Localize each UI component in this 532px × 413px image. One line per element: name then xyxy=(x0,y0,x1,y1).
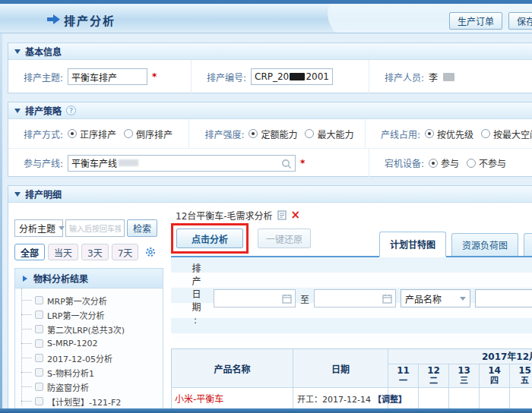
gantt-table: 产品名称 日期 2017年12月 11一 12二 13三 14四 15五 xyxy=(171,348,532,413)
month-header: 2017年12月 xyxy=(388,349,532,364)
day-column-header[interactable]: 15五 xyxy=(510,364,532,387)
tree-item-mrp1[interactable]: MRP第一次分析 xyxy=(20,293,163,307)
strategy-section-title: 排产策略 xyxy=(25,104,62,117)
radio-downtime-skip[interactable]: 不参与 xyxy=(467,156,506,169)
required-asterisk: * xyxy=(152,71,157,82)
production-line-input[interactable]: 平衡车产线 xyxy=(68,155,296,172)
topic-dropdown[interactable]: 分析主题 xyxy=(14,219,63,237)
gantt-cell[interactable] xyxy=(480,388,510,408)
mode-label: 排产方式: xyxy=(16,128,63,140)
save-button[interactable]: 保存 xyxy=(508,12,532,30)
basic-info-section-header[interactable]: 基本信息 xyxy=(8,43,532,60)
gantt-cell[interactable] xyxy=(510,388,532,408)
tree-item-1205[interactable]: 2017-12-05分析 xyxy=(20,351,163,365)
checkbox-icon[interactable] xyxy=(35,325,43,333)
radio-quota-capacity[interactable]: 定额能力 xyxy=(249,128,297,140)
collapse-arrow-icon xyxy=(14,109,21,113)
restore-button[interactable]: 一键还原 xyxy=(258,229,311,248)
detail-section-header[interactable]: 排产明细 xyxy=(8,186,532,203)
theme-label: 排产主题: xyxy=(16,71,63,84)
analyze-button[interactable]: 点击分析 xyxy=(176,229,243,248)
radio-backward-scheduling[interactable]: 倒序排产 xyxy=(124,128,173,140)
radio-selected-icon xyxy=(249,129,258,138)
tab-plan-gantt[interactable]: 计划甘特图 xyxy=(379,232,446,257)
number-input[interactable]: CRP_202001 xyxy=(251,68,333,85)
gantt-cell[interactable] xyxy=(419,388,449,408)
radio-downtime-join[interactable]: 参与 xyxy=(429,156,459,169)
tree-item-lrp1[interactable]: LRP第一次分析 xyxy=(20,307,163,322)
radio-max-capacity[interactable]: 最大能力 xyxy=(305,128,353,140)
title-arrow-icon xyxy=(47,14,60,27)
search-button[interactable]: 检索 xyxy=(127,219,157,237)
basic-info-fields-row: 排产主题: * 排产编号: CRP_202001 排产人员: 李 xyxy=(8,60,532,93)
checkbox-icon[interactable] xyxy=(35,311,43,319)
radio-icon xyxy=(481,129,490,138)
theme-input[interactable] xyxy=(68,68,147,85)
tree-item-smrp[interactable]: S-MRP-1202 xyxy=(20,336,163,351)
tree-item-lrp2[interactable]: 第二次LRP(总共3次) xyxy=(20,322,163,336)
checkbox-icon[interactable] xyxy=(35,296,43,304)
checkbox-icon[interactable] xyxy=(35,339,43,348)
line-value: 平衡车产线 xyxy=(71,156,117,169)
checkbox-icon[interactable] xyxy=(35,383,43,391)
schedule-date-label: 排产日期: xyxy=(189,263,202,341)
tab-resource-load[interactable]: 资源负荷图 xyxy=(451,233,518,256)
edit-note-icon[interactable] xyxy=(277,210,287,220)
tree-item-window[interactable]: 防盗窗分析 xyxy=(20,380,163,394)
analysis-detail-panel: 12台平衡车-毛需求分析 × 点击分析 一键还原 计划甘特图 资源负荷图 排产结… xyxy=(171,207,532,413)
day-column-header[interactable]: 12二 xyxy=(419,364,449,387)
checkbox-icon[interactable] xyxy=(35,368,43,377)
range-tab-all[interactable]: 全部 xyxy=(14,244,45,260)
range-tab-today[interactable]: 当天 xyxy=(48,244,78,260)
checkbox-icon[interactable] xyxy=(35,354,43,362)
date-column-header: 日期 xyxy=(293,349,388,387)
gear-icon[interactable] xyxy=(144,246,157,258)
redaction-block xyxy=(443,73,454,81)
required-asterisk: * xyxy=(300,158,305,169)
calendar-icon xyxy=(282,294,292,304)
day-column-header[interactable]: 11一 xyxy=(388,364,419,387)
radio-forward-scheduling[interactable]: 正序排产 xyxy=(68,128,116,140)
product-filter-input[interactable] xyxy=(475,289,532,307)
tab-schedule-result[interactable]: 排产结果表 xyxy=(524,233,532,256)
tree-header[interactable]: 物料分析结果 xyxy=(15,269,163,288)
calendar-icon xyxy=(382,294,392,304)
radio-icon xyxy=(305,129,314,138)
range-tab-7days[interactable]: 7天 xyxy=(112,244,139,260)
collapse-arrow-icon xyxy=(14,192,21,197)
radio-selected-icon xyxy=(425,129,434,138)
strategy-section-header[interactable]: 排产策略 ? xyxy=(8,102,532,119)
search-input[interactable] xyxy=(65,219,125,237)
gantt-cell[interactable] xyxy=(388,388,419,408)
help-icon[interactable]: ? xyxy=(66,106,76,115)
range-tab-3days[interactable]: 3天 xyxy=(81,244,109,260)
gantt-toolbar: 点击分析 一键还原 计划甘特图 资源负荷图 排产结果表 xyxy=(171,222,532,257)
date-to-input[interactable] xyxy=(314,289,396,307)
date-from-input[interactable] xyxy=(214,289,296,307)
app-window: 排产分析 生产订单 保存 基本信息 排产主题: * 排产编号: CRP_2020… xyxy=(0,0,532,413)
close-icon[interactable]: × xyxy=(291,210,301,221)
tree-item-material1[interactable]: S-物料分析1 xyxy=(20,365,163,380)
day-column-header[interactable]: 13三 xyxy=(449,364,480,387)
detail-section-title: 排产明细 xyxy=(25,188,62,200)
checkbox-icon[interactable] xyxy=(35,397,43,405)
redaction-block xyxy=(290,73,305,80)
tree-item-plan-121[interactable]: 【计划型】-121-F2 xyxy=(20,394,163,408)
radio-icon xyxy=(467,159,476,168)
chevron-down-icon xyxy=(460,297,466,301)
analysis-title: 12台平衡车-毛需求分析 xyxy=(176,209,273,222)
radio-by-max-idle[interactable]: 按最大空闲 xyxy=(481,128,532,140)
radio-by-priority[interactable]: 按优先级 xyxy=(425,128,473,140)
window-left-frame xyxy=(0,33,2,408)
result-tabs: 计划甘特图 资源负荷图 排产结果表 xyxy=(379,232,532,256)
gantt-cell[interactable] xyxy=(449,388,480,408)
top-button-group: 生产订单 保存 xyxy=(449,12,532,30)
number-value-suffix: 2001 xyxy=(306,71,329,82)
product-name-dropdown[interactable]: 产品名称 xyxy=(401,289,470,307)
production-order-button[interactable]: 生产订单 xyxy=(449,12,502,30)
day-column-header[interactable]: 14四 xyxy=(480,364,510,387)
tree-expand-icon xyxy=(23,276,27,282)
downtime-label: 宕机设备: xyxy=(377,156,424,169)
product-column-header: 产品名称 xyxy=(172,349,293,387)
search-magnifier-icon[interactable] xyxy=(281,159,292,172)
